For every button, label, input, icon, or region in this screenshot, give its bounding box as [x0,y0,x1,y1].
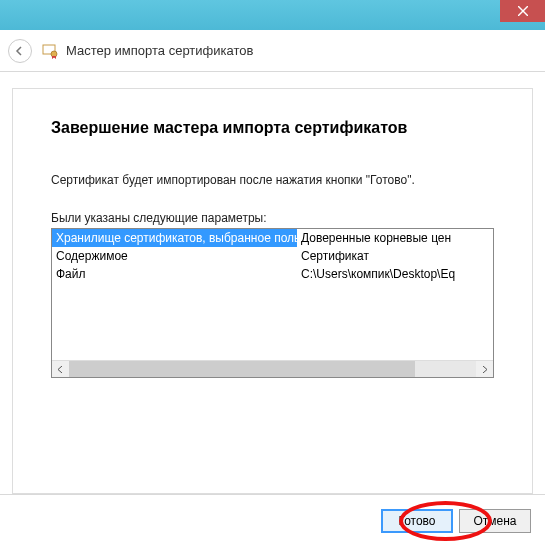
scroll-right-button[interactable] [476,361,493,378]
param-value: Доверенные корневые цен [297,229,493,247]
scroll-left-button[interactable] [52,361,69,378]
page-heading: Завершение мастера импорта сертификатов [51,119,494,137]
table-row[interactable]: Хранилище сертификатов, выбранное пользо… [52,229,493,247]
wizard-title: Мастер импорта сертификатов [66,43,253,58]
titlebar [0,0,545,30]
back-button[interactable] [8,39,32,63]
param-value: C:\Users\компик\Desktop\Eq [297,265,493,283]
param-key: Содержимое [52,247,297,265]
param-value: Сертификат [297,247,493,265]
close-button[interactable] [500,0,545,22]
param-key: Файл [52,265,297,283]
content-area: Завершение мастера импорта сертификатов … [0,72,545,494]
params-label: Были указаны следующие параметры: [51,211,494,225]
table-row[interactable]: Содержимое Сертификат [52,247,493,265]
finish-button[interactable]: Готово [381,509,453,533]
param-key: Хранилище сертификатов, выбранное пользо… [52,229,297,247]
close-icon [518,6,528,16]
certificate-icon [42,43,58,59]
chevron-left-icon [57,366,64,373]
params-table-body: Хранилище сертификатов, выбранное пользо… [52,229,493,360]
page-description: Сертификат будет импортирован после нажа… [51,173,494,187]
chevron-right-icon [481,366,488,373]
scroll-track[interactable] [69,361,476,377]
table-row[interactable]: Файл C:\Users\компик\Desktop\Eq [52,265,493,283]
scroll-thumb[interactable] [69,361,415,377]
wizard-header: Мастер импорта сертификатов [0,30,545,72]
wizard-page: Завершение мастера импорта сертификатов … [12,88,533,494]
params-table: Хранилище сертификатов, выбранное пользо… [51,228,494,378]
arrow-left-icon [14,45,26,57]
horizontal-scrollbar[interactable] [52,360,493,377]
cancel-button[interactable]: Отмена [459,509,531,533]
footer: Готово Отмена [0,494,545,546]
